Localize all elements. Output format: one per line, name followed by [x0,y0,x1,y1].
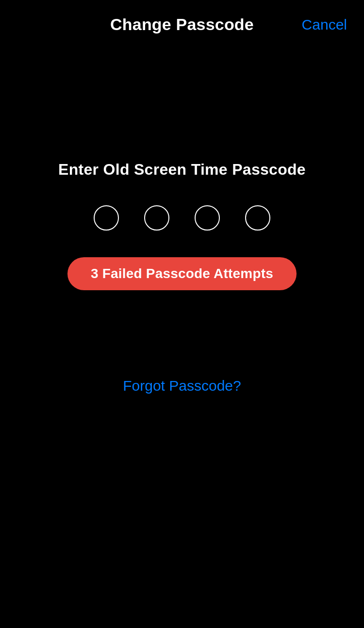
passcode-dots-container [94,205,270,231]
failed-attempts-text: 3 Failed Passcode Attempts [91,266,273,281]
passcode-dot-1 [94,205,119,231]
header: Change Passcode Cancel [0,0,364,49]
passcode-prompt-label: Enter Old Screen Time Passcode [58,161,306,179]
passcode-dot-4 [245,205,270,231]
cancel-button[interactable]: Cancel [299,14,349,35]
passcode-dot-3 [195,205,220,231]
forgot-passcode-button[interactable]: Forgot Passcode? [123,378,241,394]
main-content: Enter Old Screen Time Passcode 3 Failed … [0,49,364,394]
failed-attempts-badge: 3 Failed Passcode Attempts [67,257,297,290]
passcode-dot-2 [144,205,169,231]
